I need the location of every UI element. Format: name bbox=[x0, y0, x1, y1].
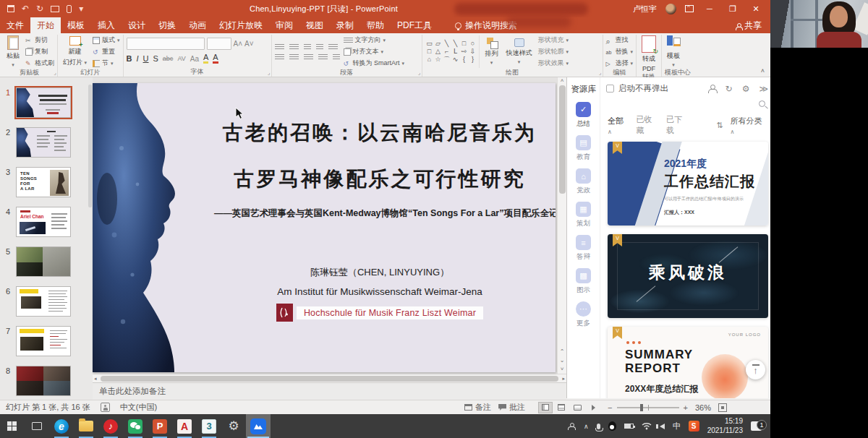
zoom-slider[interactable] bbox=[617, 407, 679, 408]
sidebar-item-planning[interactable]: ▦ 策划 bbox=[576, 202, 591, 228]
align-left-icon[interactable] bbox=[275, 53, 284, 61]
template-card-3[interactable]: V YOUR LOGO SUMMARY REPORT 20XX年度总结汇报 bbox=[608, 327, 768, 398]
fit-slide-to-window-icon[interactable] bbox=[718, 403, 727, 412]
tab-animations[interactable]: 动画 bbox=[182, 17, 213, 33]
tab-design[interactable]: 设计 bbox=[122, 17, 152, 33]
filter-categories[interactable]: 所有分类 ∧ bbox=[731, 116, 767, 135]
taskbar-file-explorer[interactable] bbox=[74, 414, 98, 438]
character-spacing-button[interactable]: AV bbox=[177, 55, 185, 62]
sogou-icon[interactable]: S bbox=[689, 421, 699, 431]
align-text-button[interactable]: 对齐文本▾ bbox=[344, 47, 405, 56]
collapse-ribbon-icon[interactable]: ˄ bbox=[761, 67, 765, 74]
undo-icon[interactable]: ↶ bbox=[22, 4, 29, 13]
ribbon-display-options-icon[interactable] bbox=[685, 5, 694, 12]
avatar[interactable] bbox=[665, 4, 676, 14]
shapes-gallery[interactable]: ▭▱╲╲□○ □△⌐ᒪ⇨⇩ ⌂☆⌒∿{} bbox=[425, 35, 480, 68]
horizontal-scrollbar[interactable]: ◂ ▸ bbox=[93, 374, 566, 382]
shadow-button[interactable]: S bbox=[153, 54, 158, 63]
format-painter-button[interactable]: 格式刷 bbox=[25, 59, 54, 68]
slide-thumbnail-6[interactable] bbox=[16, 286, 71, 317]
task-view-button[interactable] bbox=[25, 414, 49, 438]
convert-to-pdf-button[interactable]: 转成PDF bbox=[639, 35, 658, 72]
align-center-icon[interactable] bbox=[289, 53, 299, 61]
vertical-scroll-thumb[interactable] bbox=[559, 85, 566, 194]
shape-fill-button[interactable]: 形状填充▾ bbox=[538, 35, 569, 45]
sidebar-item-defense[interactable]: ≡ 答辩 bbox=[576, 235, 591, 262]
justify-icon[interactable] bbox=[318, 53, 328, 61]
font-color-button[interactable]: A bbox=[213, 54, 218, 64]
bold-button[interactable]: B bbox=[127, 54, 132, 63]
taskbar-wechat[interactable] bbox=[123, 414, 148, 438]
normal-view-button[interactable] bbox=[538, 402, 553, 413]
taskbar-meeting-app[interactable] bbox=[246, 414, 271, 438]
taskbar-app-a[interactable]: A bbox=[172, 414, 197, 438]
webcam-video[interactable] bbox=[770, 0, 868, 48]
replace-button[interactable]: 替换▾ bbox=[606, 47, 634, 56]
highlight-button[interactable]: A bbox=[203, 54, 208, 64]
save-icon[interactable] bbox=[7, 5, 14, 12]
columns-icon[interactable] bbox=[333, 53, 340, 61]
text-direction-button[interactable]: 文字方向▾ bbox=[344, 35, 405, 45]
ime-indicator[interactable]: 中 bbox=[673, 421, 681, 431]
zoom-out-button[interactable]: − bbox=[608, 403, 612, 412]
select-button[interactable]: 选择▾ bbox=[606, 59, 634, 68]
sidebar-item-summary[interactable]: ✓ 总结 bbox=[576, 102, 591, 129]
slide-thumbnail-7[interactable] bbox=[16, 326, 71, 356]
qq-icon[interactable] bbox=[608, 421, 616, 431]
tab-insert[interactable]: 插入 bbox=[91, 17, 122, 33]
restore-button[interactable]: ❐ bbox=[726, 4, 740, 14]
slide-subtitle[interactable]: ——英国艺术理事会与英国Kent-Medway博物馆“Ten Songs For… bbox=[214, 207, 545, 220]
cut-button[interactable]: 剪切 bbox=[25, 35, 54, 45]
template-card-1[interactable]: V 2021年度 工作总结汇报 可以用于工作的总结汇报/年终项目的演示 汇报人：… bbox=[608, 142, 768, 226]
arrange-button[interactable]: 排列▾ bbox=[483, 35, 501, 68]
sidebar-item-party-gov[interactable]: ⌂ 党政 bbox=[576, 168, 591, 195]
new-slide-button[interactable]: 新建 幻灯片 ▾ bbox=[61, 35, 89, 68]
scroll-right-icon[interactable]: ▸ bbox=[561, 376, 566, 382]
shrink-font-icon[interactable]: A˅ bbox=[244, 40, 254, 48]
tab-file[interactable]: 文件 bbox=[0, 17, 30, 33]
next-slide-icon[interactable]: ⌄ bbox=[560, 357, 565, 364]
slide-institute[interactable]: Am Institut für Musikwissenschaft Weimar… bbox=[214, 286, 545, 297]
reading-view-button[interactable] bbox=[570, 402, 584, 413]
copy-button[interactable]: 复制 bbox=[25, 47, 54, 56]
tab-home[interactable]: 开始 bbox=[30, 17, 61, 33]
underline-button[interactable]: U bbox=[143, 54, 149, 63]
back-to-top-button[interactable]: ↑ bbox=[746, 360, 765, 379]
wifi-icon[interactable] bbox=[642, 422, 652, 430]
slide-author[interactable]: 陈琳钰莹（CHEN, LINYUYING） bbox=[214, 266, 545, 279]
redo-icon[interactable]: ↻ bbox=[36, 4, 43, 13]
sort-icon[interactable]: ⇅ bbox=[716, 121, 723, 130]
paste-button[interactable]: 粘贴▾ bbox=[4, 35, 22, 68]
taskbar-powerpoint[interactable]: P bbox=[148, 414, 172, 438]
dont-popup-checkbox[interactable] bbox=[606, 85, 614, 93]
slide-title-line2[interactable]: 古罗马神像配乐之可行性研究 bbox=[214, 166, 545, 193]
thumbnails-scrollbar[interactable] bbox=[88, 85, 92, 207]
microphone-icon[interactable] bbox=[597, 424, 600, 429]
section-button[interactable]: 节▾ bbox=[93, 59, 120, 68]
shape-effects-button[interactable]: 形状效果▾ bbox=[538, 59, 569, 68]
tab-transitions[interactable]: 切换 bbox=[152, 17, 182, 33]
taskbar-app-3[interactable]: 3 bbox=[197, 414, 221, 438]
slide-thumbnail-1[interactable] bbox=[16, 87, 71, 118]
customize-qat-icon[interactable]: ▾ bbox=[79, 4, 83, 13]
layout-button[interactable]: 版式▾ bbox=[93, 35, 120, 45]
align-right-icon[interactable] bbox=[304, 53, 313, 61]
tab-record[interactable]: 录制 bbox=[330, 17, 360, 33]
line-spacing-icon[interactable] bbox=[328, 43, 338, 51]
taskbar-settings[interactable]: ⚙ bbox=[221, 414, 246, 438]
start-button[interactable] bbox=[0, 414, 25, 438]
zoom-level[interactable]: 36% bbox=[695, 403, 711, 412]
font-dialog-launcher[interactable]: ⌟ bbox=[268, 69, 271, 76]
numbering-icon[interactable] bbox=[289, 43, 299, 51]
clock[interactable]: 15:19 2021/11/23 bbox=[707, 417, 743, 435]
shape-outline-button[interactable]: 形状轮廓▾ bbox=[538, 47, 569, 56]
search-icon[interactable] bbox=[759, 100, 765, 107]
accessibility-icon[interactable] bbox=[101, 403, 110, 412]
grow-font-icon[interactable]: A˄ bbox=[234, 40, 243, 48]
filter-downloaded[interactable]: 已下载 bbox=[666, 114, 689, 136]
comments-toggle[interactable]: 批注 bbox=[498, 402, 525, 413]
slide-thumbnail-8[interactable] bbox=[16, 366, 71, 396]
bullets-icon[interactable] bbox=[275, 43, 284, 51]
settings-gear-icon[interactable]: ⚙ bbox=[742, 84, 750, 94]
reset-button[interactable]: 重置 bbox=[93, 47, 120, 56]
